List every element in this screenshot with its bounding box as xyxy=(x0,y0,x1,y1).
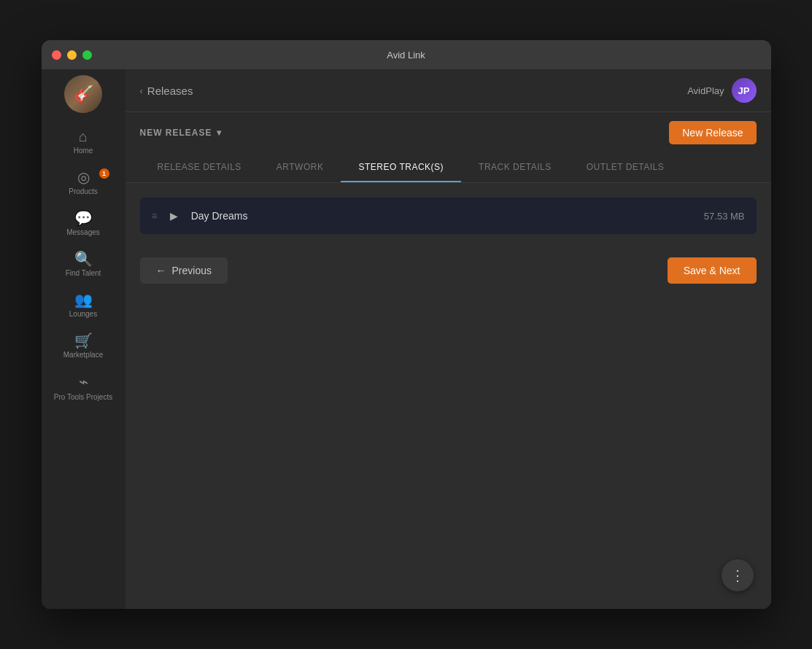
drag-handle-icon[interactable]: ≡ xyxy=(152,210,158,222)
app-body: 🎸 ⌂ Home ◎ Products 1 💬 Messages 🔍 Find … xyxy=(42,69,771,609)
find-talent-icon: 🔍 xyxy=(74,252,93,266)
products-icon: ◎ xyxy=(77,170,90,184)
new-release-label: NEW RELEASE ▾ xyxy=(140,128,222,138)
marketplace-icon: 🛒 xyxy=(74,333,93,348)
breadcrumb-arrow-icon: ‹ xyxy=(140,85,143,96)
sidebar-item-pro-tools[interactable]: ⌁ Pro Tools Projects xyxy=(42,367,125,409)
sidebar-label-home: Home xyxy=(74,147,93,155)
new-release-button[interactable]: New Release xyxy=(669,121,756,144)
products-badge: 1 xyxy=(99,168,109,179)
sidebar-label-lounges: Lounges xyxy=(69,310,97,319)
bottom-actions: ← Previous Save & Next xyxy=(140,243,757,284)
previous-button[interactable]: ← Previous xyxy=(140,257,228,284)
maximize-button[interactable] xyxy=(82,50,92,60)
tab-stereo-tracks[interactable]: STEREO TRACK(S) xyxy=(341,153,461,182)
home-icon: ⌂ xyxy=(79,129,88,144)
pro-tools-icon: ⌁ xyxy=(79,374,88,390)
sidebar-item-messages[interactable]: 💬 Messages xyxy=(42,203,125,244)
avatar-image: 🎸 xyxy=(74,85,93,104)
tab-outlet-details[interactable]: OUTLET DETAILS xyxy=(569,153,682,182)
lounges-icon: 👥 xyxy=(74,292,93,307)
breadcrumb-label: Releases xyxy=(147,85,193,97)
sidebar-label-messages: Messages xyxy=(66,228,100,237)
content-header: ‹ Releases AvidPlay JP xyxy=(125,69,771,112)
avidplay-label: AvidPlay xyxy=(687,85,724,96)
previous-arrow-icon: ← xyxy=(156,265,166,276)
main-content: ‹ Releases AvidPlay JP NEW RELEASE ▾ New… xyxy=(125,69,771,609)
play-icon: ▶ xyxy=(170,210,178,222)
messages-icon: 💬 xyxy=(74,211,93,225)
header-right: AvidPlay JP xyxy=(687,78,756,103)
avatar: 🎸 xyxy=(64,75,102,113)
avidplay-avatar[interactable]: JP xyxy=(732,78,757,103)
sidebar-label-marketplace: Marketplace xyxy=(63,351,103,360)
sidebar-item-marketplace[interactable]: 🛒 Marketplace xyxy=(42,326,125,367)
tab-release-details[interactable]: RELEASE DETAILS xyxy=(140,153,259,182)
tab-artwork[interactable]: ARTWORK xyxy=(259,153,341,182)
window-controls xyxy=(52,50,92,60)
app-window: Avid Link 🎸 ⌂ Home ◎ Products 1 💬 Messag… xyxy=(42,40,771,609)
sidebar: 🎸 ⌂ Home ◎ Products 1 💬 Messages 🔍 Find … xyxy=(42,69,125,609)
fab-icon: ⋮ xyxy=(730,567,745,584)
sidebar-item-lounges[interactable]: 👥 Lounges xyxy=(42,285,125,326)
tabs: RELEASE DETAILS ARTWORK STEREO TRACK(S) … xyxy=(125,153,771,183)
tab-track-details[interactable]: TRACK DETAILS xyxy=(461,153,569,182)
previous-label: Previous xyxy=(172,265,212,276)
title-bar: Avid Link xyxy=(42,40,771,69)
avidplay-initials: JP xyxy=(738,85,750,96)
track-name: Day Dreams xyxy=(191,210,695,222)
minimize-button[interactable] xyxy=(67,50,77,60)
track-play-button[interactable]: ▶ xyxy=(166,208,182,224)
window-title: Avid Link xyxy=(387,50,425,61)
sidebar-item-find-talent[interactable]: 🔍 Find Talent xyxy=(42,244,125,285)
sidebar-item-products[interactable]: ◎ Products 1 xyxy=(42,163,125,203)
sidebar-label-find-talent: Find Talent xyxy=(66,269,101,278)
dropdown-icon: ▾ xyxy=(217,128,222,138)
breadcrumb[interactable]: ‹ Releases xyxy=(140,85,193,97)
sub-header: NEW RELEASE ▾ New Release xyxy=(125,112,771,153)
sidebar-label-pro-tools: Pro Tools Projects xyxy=(54,393,112,402)
save-next-button[interactable]: Save & Next xyxy=(668,257,757,284)
track-size: 57.53 MB xyxy=(704,211,745,222)
track-row: ≡ ▶ Day Dreams 57.53 MB xyxy=(140,198,757,234)
new-release-text: NEW RELEASE xyxy=(140,128,212,138)
content-area: ≡ ▶ Day Dreams 57.53 MB ← Previous Save … xyxy=(125,183,771,609)
sidebar-item-home[interactable]: ⌂ Home xyxy=(42,122,125,163)
close-button[interactable] xyxy=(52,50,61,60)
fab-button[interactable]: ⋮ xyxy=(722,559,754,591)
sidebar-label-products: Products xyxy=(69,187,97,196)
